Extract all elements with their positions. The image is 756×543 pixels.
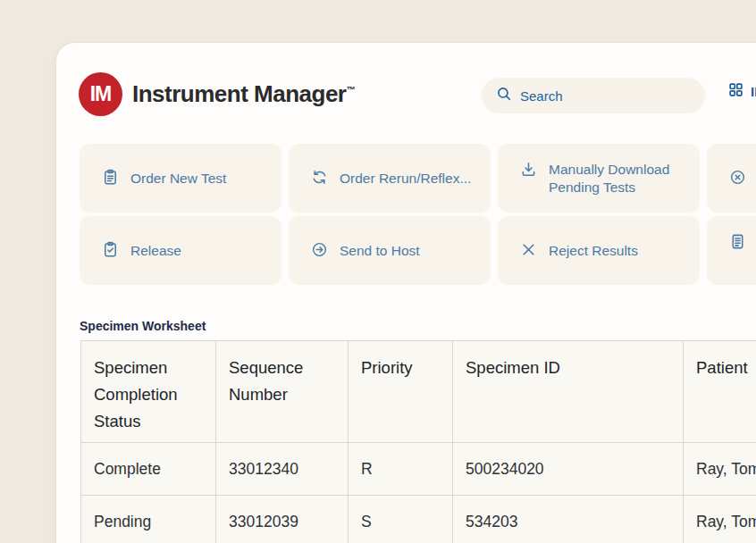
arrow-right-circle-icon [311,241,328,261]
col-patient: Patient [684,341,756,443]
table-header-row: Specimen Completion Status Sequence Numb… [81,341,756,443]
cell-sequence-number[interactable]: 33012340 [216,443,349,496]
col-sequence-number: Sequence Number [216,341,349,443]
cell-patient[interactable]: Ray, Tom [684,443,756,496]
brand: IM Instrument Manager™ [79,72,355,116]
cell-priority[interactable]: R [349,443,453,496]
x-icon [520,241,537,261]
manually-download-pending-tests-button[interactable]: Manually Download Pending Tests [498,144,700,213]
send-to-host-button[interactable]: Send to Host [289,216,491,285]
clipboard-icon [102,169,119,188]
circle-x-icon [729,169,746,188]
order-new-test-button[interactable]: Order New Test [80,144,281,213]
cell-specimen-id[interactable]: 500234020 [453,443,684,496]
reject-results-button[interactable]: Reject Results [498,216,700,285]
im-logo: IM [79,72,122,116]
rerun-sync-icon [311,169,328,188]
search-input[interactable] [520,88,672,104]
cell-completion-status[interactable]: Pending [81,496,216,543]
search-icon [496,86,512,105]
order-rerun-reflex-button[interactable]: Order Rerun/Reflex... [289,144,491,213]
document-lines-icon [729,233,746,253]
download-icon [520,161,537,180]
trademark-symbol: ™ [347,85,356,95]
im-logo-text: IM [90,82,112,106]
cell-specimen-id[interactable]: 534203 [453,496,684,543]
order-rerun-reflex-label: Order Rerun/Reflex... [340,170,471,188]
col-priority: Priority [349,341,453,443]
release-label: Release [130,242,181,260]
send-to-host-label: Send to Host [340,242,420,260]
viewport: IM Instrument Manager™ IM [0,0,756,543]
specimen-worksheet-table: Specimen Completion Status Sequence Numb… [80,340,756,543]
search-bar[interactable] [482,78,705,113]
col-specimen-id: Specimen ID [453,341,684,443]
table-row[interactable]: Complete 33012340 R 500234020 Ray, Tom [81,443,756,496]
cell-patient[interactable]: Ray, Tom [684,496,756,543]
page-title: Instrument Manager™ [132,80,355,108]
apps-menu-label: IM [751,84,756,99]
cell-completion-status[interactable]: Complete [81,443,216,496]
cancel-button-clipped[interactable]: C [707,144,756,213]
specimen-worksheet-title: Specimen Worksheet [80,319,206,333]
order-new-test-label: Order New Test [130,170,226,188]
app-card: IM Instrument Manager™ IM [55,42,756,543]
manually-download-pending-tests-label: Manually Download Pending Tests [549,161,684,196]
release-button[interactable]: Release [80,216,281,285]
report-button-clipped[interactable]: A R [707,216,756,285]
reject-results-label: Reject Results [549,242,638,260]
grid-apps-icon [728,82,743,101]
col-specimen-completion-status: Specimen Completion Status [81,341,216,443]
table-row[interactable]: Pending 33012039 S 534203 Ray, Tom [81,496,756,543]
action-button-grid: Order New Test Order Rerun/Reflex... [80,144,756,285]
clipboard-check-icon [102,241,119,261]
apps-menu[interactable]: IM [728,82,756,101]
cell-priority[interactable]: S [349,496,453,543]
cell-sequence-number[interactable]: 33012039 [216,496,349,543]
